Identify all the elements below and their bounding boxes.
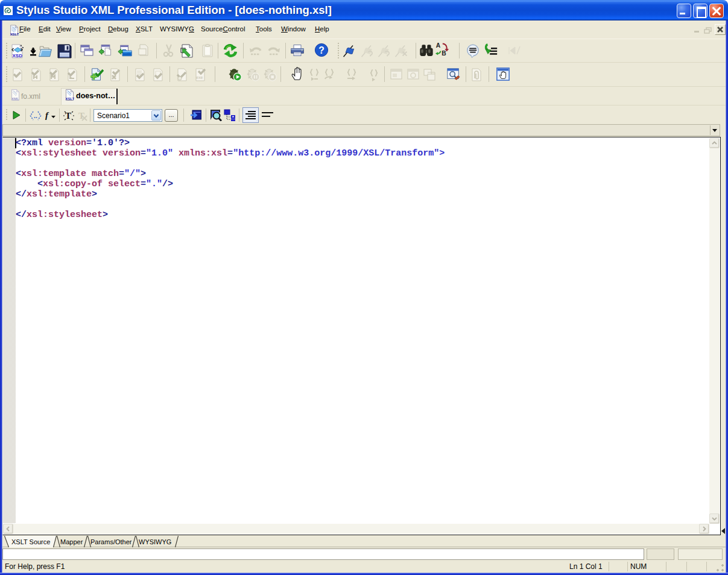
svg-text:?: ? bbox=[318, 45, 324, 55]
svg-text:f: f bbox=[45, 110, 49, 120]
svg-text:XSLT: XSLT bbox=[10, 33, 19, 36]
svg-text:XML: XML bbox=[11, 97, 19, 101]
svg-text:XSLT: XSLT bbox=[66, 97, 75, 101]
svg-text:A: A bbox=[436, 42, 441, 49]
svg-text:XSD: XSD bbox=[13, 53, 23, 58]
svg-text:exe: exe bbox=[196, 75, 203, 80]
svg-text:B: B bbox=[442, 50, 446, 57]
svg-text:T: T bbox=[65, 111, 71, 121]
